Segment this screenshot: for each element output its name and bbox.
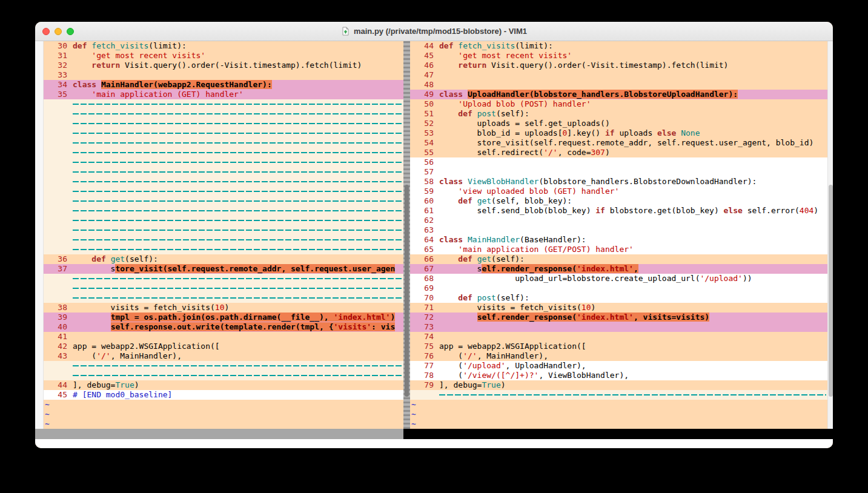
buffer-line[interactable] [44, 216, 403, 225]
buffer-line[interactable]: 79], debug=True) [410, 380, 827, 390]
line-number: 69 [410, 283, 439, 293]
buffer-line[interactable] [44, 167, 403, 177]
buffer-line[interactable]: 56 [410, 157, 827, 167]
buffer-line[interactable]: 36 def get(self): [44, 254, 403, 264]
buffer-line[interactable] [44, 371, 403, 380]
buffer-line[interactable]: 45# [END mod0_baseline] [44, 390, 403, 400]
buffer-line[interactable]: 60 def get(self, blob_key): [410, 196, 827, 206]
buffer-line[interactable]: 40 self.response.out.write(template.rend… [44, 322, 403, 332]
window-title-group: main.py (/private/tmp/mod15-blobstore) -… [35, 22, 833, 41]
right-scrollbar[interactable] [827, 41, 833, 429]
buffer-line[interactable]: 49class UploadHandler(blobstore_handlers… [410, 90, 827, 99]
buffer-line[interactable]: 71 visits = fetch_visits(10) [410, 303, 827, 313]
zoom-button[interactable] [67, 28, 74, 35]
code-text: class UploadHandler(blobstore_handlers.B… [439, 90, 827, 99]
buffer-line[interactable] [44, 361, 403, 371]
buffer-line[interactable] [410, 390, 827, 400]
buffer-line[interactable]: ~ [410, 419, 827, 429]
buffer-line[interactable]: 30def fetch_visits(limit): [44, 41, 403, 51]
buffer-line[interactable]: 53 blob_id = uploads[0].key() if uploads… [410, 128, 827, 138]
buffer-line[interactable]: 47 [410, 70, 827, 80]
buffer-line[interactable]: 51 def post(self): [410, 109, 827, 119]
line-number: 48 [410, 80, 439, 90]
buffer-line[interactable]: 55 self.redirect('/', code=307) [410, 148, 827, 157]
buffer-line[interactable] [44, 206, 403, 216]
buffer-line[interactable]: 50 'Upload blob (POST) handler' [410, 99, 827, 109]
buffer-line[interactable]: 73 [410, 322, 827, 332]
buffer-line[interactable]: 78 ('/view/([^/]+)?', ViewBlobHandler), [410, 371, 827, 380]
buffer-line[interactable]: 66 def get(self): [410, 254, 827, 264]
buffer-line[interactable] [44, 148, 403, 157]
buffer-line[interactable]: ~ [44, 409, 403, 419]
diff-pane-left[interactable]: 30def fetch_visits(limit):31 'get most r… [44, 41, 403, 429]
buffer-line[interactable] [44, 274, 403, 283]
buffer-line[interactable]: ~ [44, 400, 403, 409]
buffer-line[interactable] [44, 196, 403, 206]
buffer-line[interactable] [44, 119, 403, 128]
left-pane-scrollbar-thumb[interactable] [405, 185, 409, 397]
buffer-line[interactable]: ~ [410, 400, 827, 409]
buffer-line[interactable]: 46 return Visit.query().order(-Visit.tim… [410, 61, 827, 70]
buffer-line[interactable]: ~ [44, 419, 403, 429]
buffer-line[interactable]: 59 'view uploaded blob (GET) handler' [410, 187, 827, 196]
buffer-line[interactable] [44, 177, 403, 187]
buffer-line[interactable]: 75app = webapp2.WSGIApplication([ [410, 342, 827, 351]
buffer-line[interactable] [44, 225, 403, 235]
buffer-line[interactable]: 45 'get most recent visits' [410, 51, 827, 61]
buffer-line[interactable] [44, 245, 403, 254]
buffer-line[interactable]: 72 self.render_response('index.html', vi… [410, 313, 827, 322]
buffer-line[interactable]: 44def fetch_visits(limit): [410, 41, 827, 51]
vertical-split-divider[interactable] [403, 41, 410, 429]
code-text: upload_url=blobstore.create_upload_url('… [439, 274, 827, 283]
buffer-line[interactable]: 77 ('/upload', UploadHandler), [410, 361, 827, 371]
buffer-line[interactable]: 38 visits = fetch_visits(10) [44, 303, 403, 313]
buffer-line[interactable]: 57 [410, 167, 827, 177]
buffer-line[interactable]: 33 [44, 70, 403, 80]
buffer-line[interactable]: 34class MainHandler(webapp2.RequestHandl… [44, 80, 403, 90]
close-button[interactable] [42, 28, 50, 35]
diff-filler-dashes [73, 239, 402, 240]
buffer-line[interactable]: 42app = webapp2.WSGIApplication([ [44, 342, 403, 351]
buffer-line[interactable] [44, 293, 403, 303]
buffer-line[interactable] [44, 235, 403, 245]
buffer-line[interactable] [44, 187, 403, 196]
buffer-line[interactable]: ~ [410, 409, 827, 419]
buffer-line[interactable]: 67 self.render_response('index.html', [410, 264, 827, 274]
left-scrollbar[interactable] [35, 41, 44, 429]
buffer-line[interactable]: 39 tmpl = os.path.join(os.path.dirname(_… [44, 313, 403, 322]
code-text [439, 322, 827, 332]
buffer-line[interactable] [44, 128, 403, 138]
line-number: 44 [44, 380, 73, 390]
diff-pane-right[interactable]: 44def fetch_visits(limit):45 'get most r… [410, 41, 827, 429]
buffer-line[interactable]: 61 self.send_blob(blob_key) if blobstore… [410, 206, 827, 216]
buffer-line[interactable]: 52 uploads = self.get_uploads() [410, 119, 827, 128]
window-titlebar[interactable]: main.py (/private/tmp/mod15-blobstore) -… [35, 22, 833, 41]
buffer-line[interactable] [44, 99, 403, 109]
buffer-line[interactable]: 64class MainHandler(BaseHandler): [410, 235, 827, 245]
buffer-line[interactable] [44, 157, 403, 167]
buffer-line[interactable]: 35 'main application (GET) handler' [44, 90, 403, 99]
buffer-line[interactable]: 65 'main application (GET/POST) handler' [410, 245, 827, 254]
buffer-line[interactable]: 43 ('/', MainHandler), [44, 351, 403, 361]
buffer-line[interactable]: 70 def post(self): [410, 293, 827, 303]
buffer-line[interactable]: 62 [410, 216, 827, 225]
buffer-line[interactable] [44, 283, 403, 293]
buffer-line[interactable]: 37 store_visit(self.request.remote_addr,… [44, 264, 403, 274]
buffer-line[interactable]: 54 store_visit(self.request.remote_addr,… [410, 138, 827, 148]
buffer-line[interactable]: 44], debug=True) [44, 380, 403, 390]
buffer-line[interactable]: 68 upload_url=blobstore.create_upload_ur… [410, 274, 827, 283]
line-number: 63 [410, 225, 439, 235]
buffer-line[interactable]: 74 [410, 332, 827, 342]
buffer-line[interactable] [44, 138, 403, 148]
minimize-button[interactable] [55, 28, 62, 35]
buffer-line[interactable]: 76 ('/', MainHandler), [410, 351, 827, 361]
buffer-line[interactable]: 32 return Visit.query().order(-Visit.tim… [44, 61, 403, 70]
buffer-line[interactable]: 69 [410, 283, 827, 293]
buffer-line[interactable]: 58class ViewBlobHandler(blobstore_handle… [410, 177, 827, 187]
buffer-line[interactable]: 41 [44, 332, 403, 342]
right-scrollbar-thumb[interactable] [829, 185, 833, 397]
buffer-line[interactable] [44, 109, 403, 119]
buffer-line[interactable]: 63 [410, 225, 827, 235]
buffer-line[interactable]: 31 'get most recent visits' [44, 51, 403, 61]
buffer-line[interactable]: 48 [410, 80, 827, 90]
